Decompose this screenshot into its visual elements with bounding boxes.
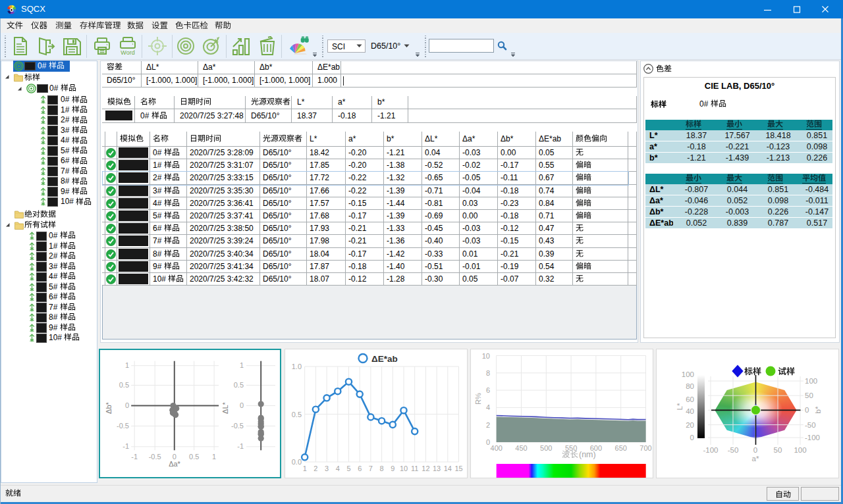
svg-text:0: 0 xyxy=(690,434,694,441)
svg-text:-50: -50 xyxy=(805,421,816,429)
svg-text:5: 5 xyxy=(346,465,350,472)
svg-text:3: 3 xyxy=(325,465,329,472)
svg-text:12: 12 xyxy=(422,465,429,472)
svg-text:1: 1 xyxy=(212,453,216,461)
svg-text:450: 450 xyxy=(515,444,527,452)
svg-text:-100: -100 xyxy=(703,446,718,454)
svg-text:0: 0 xyxy=(805,406,809,414)
svg-text:0.5: 0.5 xyxy=(189,453,199,461)
svg-text:Δa*: Δa* xyxy=(169,460,180,468)
svg-text:0.5: 0.5 xyxy=(292,411,302,418)
svg-text:2: 2 xyxy=(313,465,317,472)
svg-text:-0.5: -0.5 xyxy=(117,422,129,430)
svg-text:0: 0 xyxy=(125,401,129,409)
svg-text:20: 20 xyxy=(686,421,694,429)
svg-text:Word: Word xyxy=(121,49,134,56)
svg-text:7: 7 xyxy=(369,465,373,472)
svg-text:1: 1 xyxy=(240,361,244,369)
svg-text:4: 4 xyxy=(486,403,490,411)
svg-text:-0.5: -0.5 xyxy=(149,453,161,461)
svg-text:ΔE*ab: ΔE*ab xyxy=(371,354,398,364)
svg-text:a*: a* xyxy=(752,455,759,463)
svg-text:60: 60 xyxy=(686,395,694,403)
svg-text:50: 50 xyxy=(805,391,813,399)
svg-text:-1: -1 xyxy=(237,442,244,450)
svg-text:8: 8 xyxy=(486,369,490,377)
svg-text:1: 1 xyxy=(303,465,307,472)
svg-text:700: 700 xyxy=(639,444,651,452)
svg-text:11: 11 xyxy=(411,465,418,472)
svg-text:80: 80 xyxy=(686,382,694,390)
svg-text:6: 6 xyxy=(358,465,362,472)
svg-text:0.5: 0.5 xyxy=(119,381,129,389)
svg-text:6: 6 xyxy=(486,386,490,394)
svg-text:-1: -1 xyxy=(131,453,138,461)
svg-text:13: 13 xyxy=(433,465,441,472)
svg-text:100: 100 xyxy=(682,370,694,378)
svg-text:ΔL*: ΔL* xyxy=(221,401,229,413)
svg-text:0.5: 0.5 xyxy=(234,381,244,389)
svg-text:Δb*: Δb* xyxy=(105,401,113,413)
svg-text:9: 9 xyxy=(391,465,394,472)
svg-text:-0.5: -0.5 xyxy=(231,422,244,430)
svg-text:0: 0 xyxy=(240,401,244,409)
svg-text:10: 10 xyxy=(400,465,408,472)
svg-text:-100: -100 xyxy=(805,434,820,441)
svg-text:-1: -1 xyxy=(122,442,129,450)
svg-text:500: 500 xyxy=(540,444,552,452)
svg-text:15: 15 xyxy=(454,465,462,472)
svg-text:1.0: 1.0 xyxy=(292,363,302,370)
svg-text:10: 10 xyxy=(482,352,490,360)
svg-text:b*: b* xyxy=(814,406,822,413)
svg-text:-50: -50 xyxy=(728,446,739,454)
svg-text:50: 50 xyxy=(774,446,782,454)
svg-text:2: 2 xyxy=(486,421,490,429)
svg-text:L*: L* xyxy=(676,403,684,410)
svg-text:0: 0 xyxy=(486,438,490,446)
svg-text:0.0: 0.0 xyxy=(292,458,302,466)
svg-text:4: 4 xyxy=(336,465,340,472)
svg-text:650: 650 xyxy=(615,444,627,452)
svg-text:400: 400 xyxy=(491,444,503,452)
svg-text:1: 1 xyxy=(125,361,129,369)
svg-text:8: 8 xyxy=(380,465,384,472)
svg-text:(nm): (nm) xyxy=(579,450,596,459)
svg-text:R%: R% xyxy=(474,393,482,405)
svg-text:0: 0 xyxy=(753,446,757,454)
svg-text:14: 14 xyxy=(444,465,452,472)
svg-text:40: 40 xyxy=(686,407,694,415)
svg-text:100: 100 xyxy=(794,446,806,454)
svg-text:100: 100 xyxy=(805,377,817,385)
